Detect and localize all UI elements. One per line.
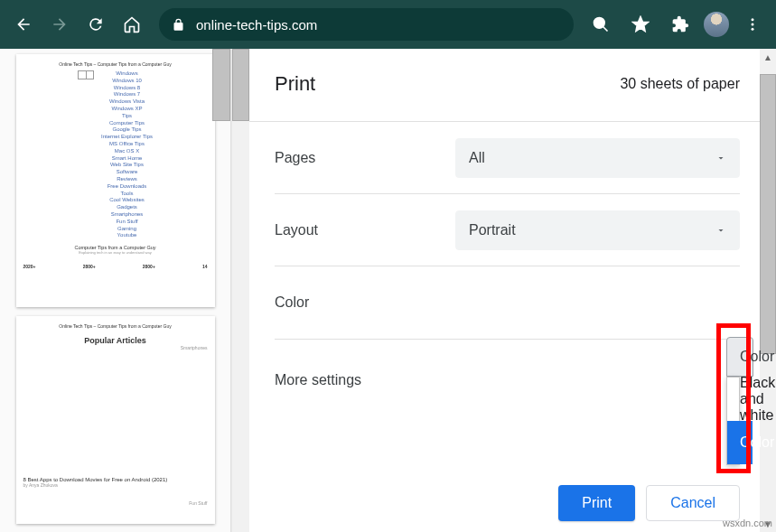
preview-page-1[interactable]: Online Tech Tips – Computer Tips from a … bbox=[16, 54, 215, 307]
watermark: wsxdn.com bbox=[723, 518, 772, 528]
lock-icon bbox=[172, 18, 185, 32]
color-value: Color bbox=[740, 349, 774, 365]
page2-popular: Popular Articles bbox=[23, 336, 208, 345]
print-dialog: Print 30 sheets of paper Pages All Layou… bbox=[249, 49, 776, 532]
svg-point-5 bbox=[752, 28, 754, 31]
gap-scrollbar[interactable] bbox=[231, 49, 249, 532]
page2-author: by Anya Zhukova bbox=[23, 482, 208, 488]
preview-scrollbar[interactable] bbox=[212, 49, 230, 121]
chevron-down-icon bbox=[715, 153, 726, 163]
address-bar[interactable]: online-tech-tips.com bbox=[159, 8, 574, 41]
page2-title: Online Tech Tips – Computer Tips from a … bbox=[23, 323, 208, 329]
menu-icon[interactable] bbox=[736, 8, 769, 41]
pages-row: Pages All bbox=[275, 122, 740, 194]
sheet-count: 30 sheets of paper bbox=[620, 76, 740, 92]
color-option-color[interactable]: Color bbox=[727, 421, 753, 464]
print-button[interactable]: Print bbox=[558, 485, 635, 521]
scroll-up-icon[interactable]: ▲ bbox=[760, 49, 776, 65]
dialog-footer: Print Cancel bbox=[558, 485, 740, 521]
print-preview-column: Online Tech Tips – Computer Tips from a … bbox=[0, 49, 231, 532]
print-title: Print bbox=[275, 72, 315, 96]
forward-button[interactable] bbox=[43, 8, 76, 41]
url-text: online-tech-tips.com bbox=[196, 17, 317, 33]
bookmark-icon[interactable] bbox=[624, 8, 657, 41]
chevron-down-icon bbox=[715, 225, 726, 236]
page2-tag: Smartphones bbox=[23, 345, 208, 350]
color-select-open: Color Black and white Color bbox=[726, 337, 740, 465]
extensions-icon[interactable] bbox=[664, 8, 697, 41]
pages-value: All bbox=[469, 150, 485, 166]
page1-sub: Explaining tech in an easy to understand… bbox=[23, 250, 208, 255]
layout-row: Layout Portrait bbox=[275, 194, 740, 266]
svg-point-4 bbox=[752, 23, 754, 26]
reload-button[interactable] bbox=[79, 8, 112, 41]
profile-avatar[interactable] bbox=[704, 12, 729, 37]
print-header: Print 30 sheets of paper bbox=[249, 49, 776, 121]
preview-page-2[interactable]: Online Tech Tips – Computer Tips from a … bbox=[16, 316, 215, 524]
zoom-out-icon[interactable] bbox=[584, 8, 617, 41]
layout-select[interactable]: Portrait bbox=[455, 210, 740, 250]
color-dropdown: Black and white Color bbox=[726, 377, 740, 465]
page1-stats: 2020+2800+2800+14 bbox=[23, 264, 208, 269]
more-settings-label: More settings bbox=[275, 372, 455, 388]
color-option-bw[interactable]: Black and white bbox=[727, 378, 753, 421]
page1-title: Online Tech Tips – Computer Tips from a … bbox=[23, 61, 208, 67]
dialog-scrollbar[interactable]: ▲ ▼ bbox=[760, 49, 776, 532]
color-row: Color bbox=[275, 266, 740, 339]
page1-links: WindowsWindows 10Windows 8Windows 7Windo… bbox=[101, 70, 153, 239]
svg-line-1 bbox=[603, 27, 608, 32]
svg-point-3 bbox=[752, 18, 754, 21]
print-settings: Pages All Layout Portrait Colo bbox=[249, 122, 776, 421]
back-button[interactable] bbox=[7, 8, 40, 41]
more-settings-row[interactable]: More settings bbox=[275, 340, 740, 421]
layout-label: Layout bbox=[275, 222, 455, 238]
browser-toolbar: online-tech-tips.com bbox=[0, 0, 776, 49]
cancel-button[interactable]: Cancel bbox=[646, 485, 740, 521]
book-icon bbox=[78, 70, 94, 79]
toolbar-right bbox=[584, 8, 769, 41]
home-button[interactable] bbox=[116, 8, 148, 41]
color-select[interactable]: Color bbox=[726, 337, 753, 377]
main-area: Online Tech Tips – Computer Tips from a … bbox=[0, 49, 776, 532]
color-label: Color bbox=[275, 294, 455, 311]
pages-label: Pages bbox=[275, 150, 455, 166]
layout-value: Portrait bbox=[469, 222, 516, 238]
page2-tag2: Fun Stuff bbox=[23, 500, 208, 506]
pages-select[interactable]: All bbox=[455, 138, 740, 178]
